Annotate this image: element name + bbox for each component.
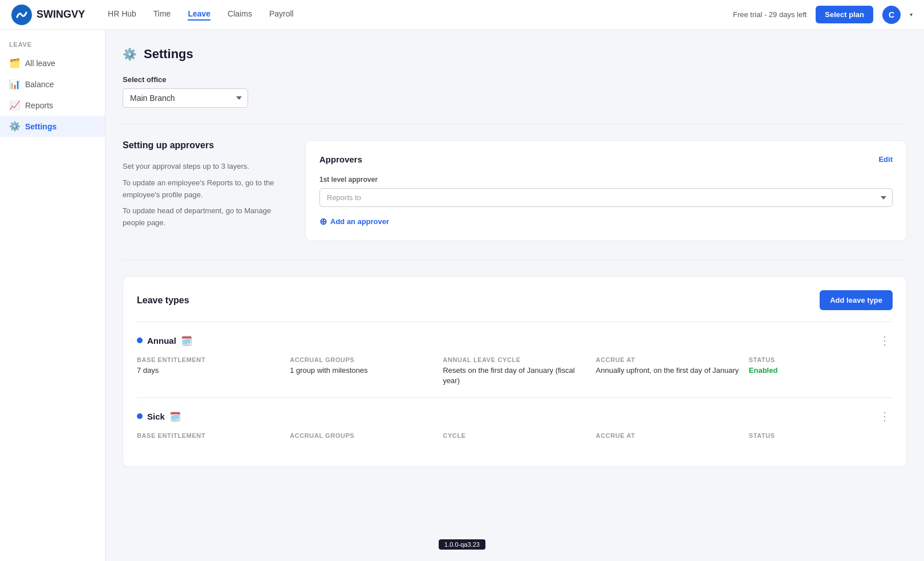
nav-payroll[interactable]: Payroll [269,9,294,21]
approvers-card: Approvers Edit 1st level approver Report… [305,140,907,241]
balance-icon: 📊 [9,79,19,90]
leave-type-sick: Sick 🗓️ ⋮ BASE ENTITLEMENT ACCRUAL GROUP… [137,397,893,453]
annual-status-label: STATUS [749,356,893,363]
nav-right: Free trial - 29 days left Select plan C … [733,6,913,24]
nav-claims[interactable]: Claims [228,9,252,21]
page-title: Settings [144,47,193,62]
sick-accrue-at: ACCRUE AT [596,432,740,441]
approvers-title: Setting up approvers [123,140,282,151]
sick-accrual-groups: ACCRUAL GROUPS [290,432,433,441]
annual-dot [137,338,143,343]
add-approver-label: Add an approver [330,217,389,226]
annual-more-button[interactable]: ⋮ [877,334,893,347]
sick-name-text: Sick [147,412,165,421]
approver-select[interactable]: Reports to [319,188,893,207]
sick-cycle: CYCLE [443,432,586,441]
sick-details: BASE ENTITLEMENT ACCRUAL GROUPS CYCLE AC… [137,432,893,441]
annual-accrue-at: ACCRUE AT Annually upfront, on the first… [596,356,740,386]
leave-type-annual-name: Annual 🗓️ [137,335,192,346]
approver-select-wrap: Reports to [319,188,893,207]
leave-types-header: Leave types Add leave type [137,290,893,310]
sick-status: STATUS [749,432,893,441]
select-office-section: Select office Main Branch [123,75,907,108]
leave-type-annual: Annual 🗓️ ⋮ BASE ENTITLEMENT 7 days ACCR… [137,322,893,397]
sidebar-item-settings[interactable]: ⚙️ Settings [0,116,105,137]
leave-types-title: Leave types [137,295,189,306]
annual-details: BASE ENTITLEMENT 7 days ACCRUAL GROUPS 1… [137,356,893,386]
approvers-left: Setting up approvers Set your approval s… [123,140,282,241]
approvers-desc-2: To update an employee's Reports to, go t… [123,177,282,201]
divider-1 [123,124,907,124]
add-leave-type-button[interactable]: Add leave type [820,290,893,310]
annual-cycle-label: ANNUAL LEAVE CYCLE [443,356,586,363]
annual-accrual-label: ACCRUAL GROUPS [290,356,433,363]
logo[interactable]: SWINGVY [11,5,85,25]
annual-accrue-label: ACCRUE AT [596,356,740,363]
sick-more-button[interactable]: ⋮ [877,409,893,423]
logo-text: SWINGVY [37,9,85,21]
approvers-card-title: Approvers [319,155,362,164]
sick-dot [137,413,143,419]
version-badge: 1.0.0-qa3.23 [439,539,485,550]
annual-base-entitlement: BASE ENTITLEMENT 7 days [137,356,281,386]
leave-type-annual-header: Annual 🗓️ ⋮ [137,334,893,347]
sick-base-entitlement: BASE ENTITLEMENT [137,432,281,441]
all-leave-icon: 🗂️ [9,58,19,68]
annual-cycle-value: Resets on the first day of January (fisc… [443,365,586,386]
annual-accrual-value: 1 group with milestones [290,365,433,376]
sick-base-label: BASE ENTITLEMENT [137,432,281,439]
annual-accrue-value: Annually upfront, on the first day of Ja… [596,365,740,376]
settings-icon: ⚙️ [9,121,19,132]
annual-accrual-groups: ACCRUAL GROUPS 1 group with milestones [290,356,433,386]
chevron-down-icon[interactable]: ▾ [910,11,913,18]
leave-type-sick-header: Sick 🗓️ ⋮ [137,409,893,423]
sick-cycle-label: CYCLE [443,432,586,439]
main-content: ⚙️ Settings Select office Main Branch Se… [106,30,924,561]
sidebar-item-label: All leave [25,59,55,68]
select-office-label: Select office [123,75,907,84]
approvers-desc-3: To update head of department, go to Mana… [123,205,282,229]
annual-status-value: Enabled [749,365,893,376]
sick-emoji: 🗓️ [169,411,181,422]
annual-base-label: BASE ENTITLEMENT [137,356,281,363]
approvers-card-header: Approvers Edit [319,155,893,164]
sick-accrual-label: ACCRUAL GROUPS [290,432,433,439]
nav-hr-hub[interactable]: HR Hub [108,9,136,21]
logo-icon [11,5,32,25]
page-gear-icon: ⚙️ [123,47,137,61]
trial-text: Free trial - 29 days left [733,10,807,19]
avatar[interactable]: C [882,6,901,24]
annual-name-text: Annual [147,336,176,345]
sidebar: LEAVE 🗂️ All leave 📊 Balance 📈 Reports ⚙… [0,30,106,561]
reports-icon: 📈 [9,100,19,111]
sidebar-item-all-leave[interactable]: 🗂️ All leave [0,52,105,74]
sick-status-label: STATUS [749,432,893,439]
sidebar-item-label: Reports [25,101,53,110]
sidebar-item-balance[interactable]: 📊 Balance [0,74,105,95]
annual-emoji: 🗓️ [181,335,192,346]
sick-accrue-label: ACCRUE AT [596,432,740,439]
nav-links: HR Hub Time Leave Claims Payroll [108,9,733,21]
approvers-section: Setting up approvers Set your approval s… [123,140,907,241]
leave-types-section: Leave types Add leave type Annual 🗓️ ⋮ B… [123,276,907,467]
edit-approvers-button[interactable]: Edit [878,155,893,164]
plus-circle-icon: ⊕ [319,216,327,227]
nav-time[interactable]: Time [153,9,171,21]
sidebar-section-label: LEAVE [0,41,105,48]
layout: LEAVE 🗂️ All leave 📊 Balance 📈 Reports ⚙… [0,30,924,561]
sidebar-item-label: Settings [25,122,56,131]
sidebar-item-label: Balance [25,80,54,89]
approvers-desc-1: Set your approval steps up to 3 layers. [123,161,282,173]
office-select[interactable]: Main Branch [123,88,248,108]
annual-cycle: ANNUAL LEAVE CYCLE Resets on the first d… [443,356,586,386]
select-plan-button[interactable]: Select plan [816,6,873,23]
leave-type-sick-name: Sick 🗓️ [137,411,181,422]
nav-leave[interactable]: Leave [188,9,210,21]
sidebar-item-reports[interactable]: 📈 Reports [0,95,105,116]
annual-status: STATUS Enabled [749,356,893,386]
add-approver-button[interactable]: ⊕ Add an approver [319,216,389,227]
page-header: ⚙️ Settings [123,47,907,62]
annual-base-value: 7 days [137,365,281,376]
divider-2 [123,259,907,260]
approver-level-label: 1st level approver [319,176,893,184]
